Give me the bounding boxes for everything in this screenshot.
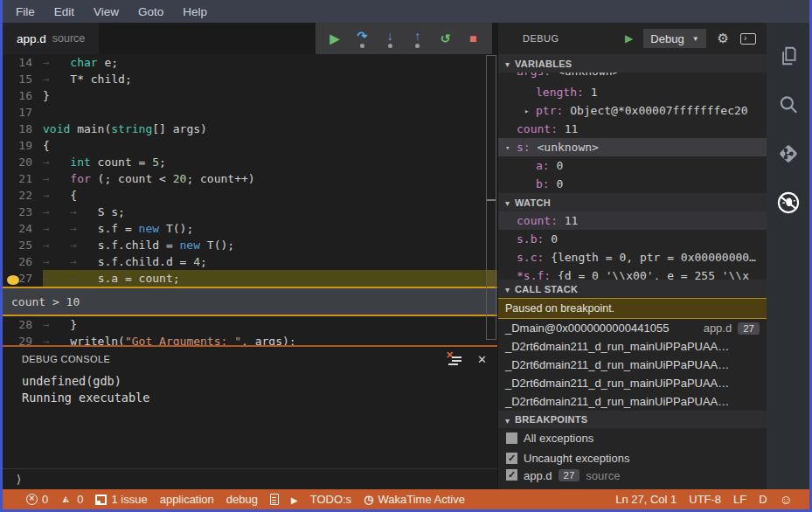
debug-console-panel: DEBUG CONSOLE ✕ ✕ undefined(gdb)Running … (3, 345, 497, 489)
code-line[interactable]: 21→ for (; count < 20; count++) (3, 170, 497, 187)
editor-scrollbar[interactable] (486, 54, 497, 345)
restart-button[interactable]: ↺ (434, 25, 456, 52)
breakpoint-condition-widget[interactable]: count > 10 (3, 287, 497, 316)
checkbox[interactable] (506, 432, 517, 444)
code-line[interactable]: 24→ → s.f = new T(); (3, 220, 497, 237)
code-line[interactable]: 22→ { (3, 187, 497, 204)
status-run[interactable] (285, 493, 304, 506)
code-line[interactable]: 29→ writeln("Got Arguments: ", args); (3, 333, 497, 345)
watch-list: count: 11s.b: 0s.c: {length = 0, ptr = 0… (498, 211, 767, 280)
frame-name: _D2rt6dmain211_d_run_mainUiPPaPUAA… (505, 358, 729, 371)
variable-row[interactable]: ▾args: <unknown> (498, 73, 767, 83)
variable-row[interactable]: ▸ptr: Object@*0x00007fffffffec20 (498, 101, 767, 120)
code-line[interactable]: 28→ } (3, 316, 497, 333)
code-line[interactable]: 25→ → s.f.child = new T(); (3, 237, 497, 253)
close-icon[interactable]: ✕ (477, 353, 487, 366)
breakpoint-dot[interactable] (7, 275, 19, 285)
code-line[interactable]: 27→ → s.a = count; (3, 270, 497, 287)
variable-row[interactable]: s.c: {length = 0, ptr = 0x00000000… (498, 248, 767, 266)
stack-frame[interactable]: _D2rt6dmain211_d_run_mainUiPPaPUAA… (498, 337, 767, 356)
gear-icon[interactable]: ⚙ (718, 31, 729, 46)
scrollbar-thumb[interactable] (486, 55, 496, 340)
breakpoints-section-header[interactable]: BREAKPOINTS (498, 411, 767, 428)
search-icon[interactable] (776, 93, 801, 117)
debug-console-actions: ✕ ✕ (447, 353, 487, 366)
status-cursor-position[interactable]: Ln 27, Col 1 (609, 493, 683, 506)
step-over-button[interactable]: ↷ (350, 25, 373, 52)
status-text: 0 (42, 493, 48, 506)
code-line[interactable]: 19{ (3, 137, 497, 154)
status-feedback[interactable] (774, 492, 799, 507)
checkbox[interactable]: ✓ (506, 453, 517, 464)
variable-row[interactable]: count: 11 (498, 120, 767, 138)
call-stack-section-header[interactable]: CALL STACK (498, 280, 767, 298)
clear-console-icon[interactable]: ✕ (447, 353, 462, 365)
menu-item-file[interactable]: File (6, 0, 45, 23)
source-control-icon[interactable] (776, 142, 801, 166)
variables-section-header[interactable]: VARIABLES (498, 54, 767, 73)
status-warnings[interactable]: 0 (54, 493, 89, 506)
breakpoint-row[interactable]: ✓app.d27source (498, 468, 767, 484)
console-line: Running executable (22, 390, 497, 406)
code-editor[interactable]: 14→ char e;15→ T* child;16}1718void main… (3, 54, 497, 345)
stack-frame[interactable]: _D2rt6dmain211_d_run_mainUiPPaPUAA… (498, 392, 767, 411)
status-debug-config[interactable]: debug (220, 493, 264, 506)
continue-button[interactable]: ▶ (323, 25, 346, 52)
breakpoint-row[interactable]: All exceptions (498, 428, 767, 448)
variable-row[interactable]: b: 0 (498, 175, 767, 193)
breakpoint-row[interactable]: ✓Uncaught exceptions (498, 448, 767, 468)
stack-frame[interactable]: _D2rt6dmain211_d_run_mainUiPPaPUAA… (498, 356, 767, 374)
menu-item-help[interactable]: Help (173, 0, 217, 23)
open-console-icon[interactable] (740, 33, 756, 45)
code-line[interactable]: 23→ → S s; (3, 204, 497, 220)
status-wakatime[interactable]: WakaTime Active (357, 493, 471, 506)
code-line[interactable]: 15→ T* child; (3, 71, 497, 87)
status-encoding[interactable]: UTF-8 (683, 493, 727, 506)
stack-frame[interactable]: _Dmain@0x0000000000441055app.d27 (498, 319, 767, 337)
checkbox[interactable]: ✓ (506, 469, 517, 481)
variable-row[interactable]: *s.f: {d = 0 '\\x00', e = 255 '\\x (498, 266, 767, 280)
debug-console-input[interactable]: ⟩ (3, 468, 497, 489)
watch-section-header[interactable]: WATCH (498, 193, 767, 211)
files-icon[interactable] (776, 44, 801, 68)
menu-item-view[interactable]: View (84, 0, 128, 23)
variable-row[interactable]: count: 11 (498, 211, 767, 230)
stack-frame[interactable]: _D2rt6dmain211_d_run_mainUiPPaPUAA… (498, 374, 767, 392)
menu-bar: FileEditViewGotoHelp (3, 0, 809, 23)
status-application[interactable]: application (154, 493, 220, 506)
tab-app-d[interactable]: app.d source (3, 23, 99, 54)
menu-item-edit[interactable]: Edit (45, 0, 84, 23)
step-into-button[interactable]: ↓ (378, 25, 401, 52)
tab-subtitle: source (52, 32, 86, 45)
code-line[interactable]: 20→ int count = 5; (3, 154, 497, 170)
step-out-button[interactable]: ↑ (406, 25, 429, 52)
debug-config-dropdown[interactable]: Debug ▼ (643, 29, 705, 48)
collapse-icon (505, 57, 510, 70)
frame-file: app.d (704, 322, 739, 335)
start-debug-icon[interactable]: ▶ (625, 32, 633, 45)
code-line[interactable]: 26→ → s.f.child.d = 4; (3, 253, 497, 270)
warning-icon (60, 494, 73, 505)
status-errors[interactable]: 0 (20, 493, 54, 506)
code-line[interactable]: 17 (3, 104, 497, 121)
status-issues[interactable]: 1 issue (89, 493, 153, 506)
status-eol[interactable]: LF (727, 493, 753, 506)
status-text: TODO:s (310, 493, 351, 506)
variable-row[interactable]: length: 1 (498, 83, 767, 101)
debug-icon[interactable] (776, 190, 801, 215)
status-todos[interactable]: TODO:s (304, 493, 357, 506)
stop-button[interactable]: ■ (462, 25, 484, 52)
code-line[interactable]: 14→ char e; (3, 54, 497, 71)
code-line[interactable]: 16} (3, 87, 497, 104)
variable-row[interactable]: ▾s: <unknown> (498, 138, 767, 156)
status-language-mode[interactable]: D (753, 493, 773, 506)
variable-row[interactable]: s.b: 0 (498, 230, 767, 248)
code-line[interactable]: 18void main(string[] args) (3, 121, 497, 137)
error-icon (26, 494, 38, 505)
step-dot (388, 44, 392, 48)
variable-row[interactable]: a: 0 (498, 156, 767, 175)
status-document[interactable] (264, 494, 285, 505)
menu-item-goto[interactable]: Goto (128, 0, 173, 23)
overview-mark-widget-top (487, 287, 496, 288)
condition-expression: count > 10 (3, 295, 80, 308)
